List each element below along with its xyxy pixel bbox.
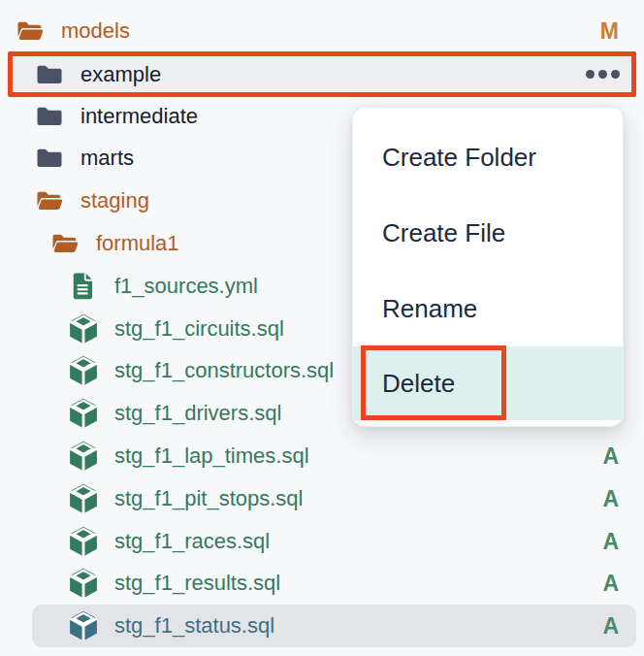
file-doc-icon [72, 272, 96, 301]
tree-row-label: example [80, 62, 161, 87]
tree-row-stg_f1_races.sql[interactable]: stg_f1_races.sql A [0, 520, 644, 563]
row-actions-button[interactable] [580, 64, 622, 84]
tree-row-label: stg_f1_pit_stops.sql [114, 486, 303, 511]
git-status-badge: A [602, 571, 619, 597]
tree-row-stg_f1_results.sql[interactable]: stg_f1_results.sql A [0, 562, 644, 605]
tree-row-label: stg_f1_constructors.sql [114, 358, 334, 383]
menu-item-label: Create Folder [382, 143, 536, 173]
tree-row-stg_f1_pit_stops.sql[interactable]: stg_f1_pit_stops.sql A [0, 477, 644, 520]
tree-row-stg_f1_status.sql[interactable]: stg_f1_status.sql A [32, 605, 636, 647]
menu-item-label: Create File [382, 218, 505, 248]
tree-row-label: staging [80, 188, 149, 213]
menu-item-label: Delete [382, 369, 455, 399]
model-cube-icon [67, 525, 100, 558]
tree-row-label: models [61, 18, 130, 44]
tree-row-example[interactable]: example [8, 51, 636, 97]
tree-row-label: stg_f1_status.sql [114, 613, 274, 639]
menu-item-create-folder[interactable]: Create Folder [353, 119, 623, 195]
tree-row-label: stg_f1_results.sql [114, 571, 280, 596]
tree-row-label: marts [80, 146, 134, 171]
git-status-badge: A [602, 486, 619, 512]
tree-row-label: stg_f1_circuits.sql [114, 316, 284, 342]
git-status-badge: M [600, 18, 619, 45]
model-cube-icon [67, 567, 100, 600]
menu-item-delete[interactable]: Delete [353, 346, 623, 420]
folder-closed-icon [35, 144, 64, 173]
tree-row-label: formula1 [96, 231, 179, 256]
context-menu: Create Folder Create File Rename Delete [352, 107, 624, 427]
tree-row-label: stg_f1_lap_times.sql [114, 443, 309, 469]
model-cube-icon [67, 354, 100, 387]
model-cube-icon [67, 609, 100, 642]
model-cube-icon [67, 440, 100, 473]
git-status-badge: A [602, 613, 619, 640]
git-status-badge: A [602, 529, 619, 555]
menu-item-create-file[interactable]: Create File [353, 195, 623, 271]
tree-row-label: f1_sources.yml [114, 274, 258, 299]
menu-item-label: Rename [382, 294, 477, 324]
menu-item-rename[interactable]: Rename [353, 271, 623, 346]
git-status-badge: A [602, 443, 619, 470]
tree-row-label: stg_f1_races.sql [114, 529, 270, 554]
folder-open-icon [50, 229, 80, 258]
tree-row-label: intermediate [80, 104, 198, 129]
folder-closed-icon [35, 102, 64, 131]
tree-row-label: stg_f1_drivers.sql [114, 401, 281, 426]
tree-row-stg_f1_lap_times.sql[interactable]: stg_f1_lap_times.sql A [0, 435, 644, 477]
folder-open-icon [16, 16, 45, 46]
folder-closed-icon [35, 60, 64, 89]
model-cube-icon [67, 482, 100, 515]
ellipsis-icon [586, 70, 595, 79]
model-cube-icon [67, 397, 100, 430]
tree-row-models[interactable]: models M [0, 10, 644, 52]
model-cube-icon [67, 312, 100, 345]
folder-open-icon [35, 186, 64, 215]
